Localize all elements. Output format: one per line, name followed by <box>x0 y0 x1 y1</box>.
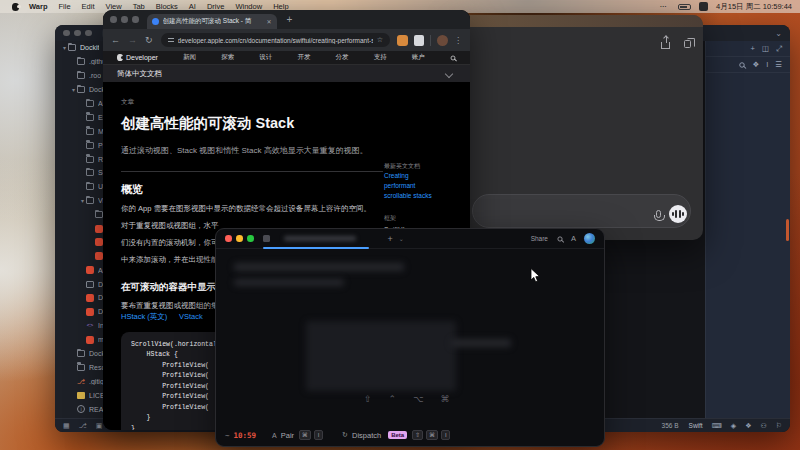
chevron-down-icon[interactable]: ⌄ <box>775 29 782 38</box>
keycap: I <box>314 430 323 440</box>
forward-button[interactable]: → <box>128 35 137 45</box>
pair-label[interactable]: Pair <box>281 431 294 440</box>
menu-item[interactable]: Edit <box>82 2 95 11</box>
new-tab-button[interactable]: + <box>287 14 293 25</box>
file-type-icon <box>77 58 85 65</box>
active-tab-blurred[interactable] <box>284 236 356 241</box>
tab-title: 创建高性能的可滚动 Stack - 简 <box>163 17 263 26</box>
menu-item[interactable]: File <box>58 2 70 11</box>
extension-icon[interactable] <box>397 35 408 46</box>
site-settings-icon[interactable] <box>168 37 174 44</box>
agent-toolbar-icon[interactable]: ◫ <box>762 44 769 53</box>
panel-toggle-icon[interactable]: ▦ <box>63 422 70 430</box>
nav-link[interactable]: 账户 <box>412 53 425 62</box>
copilot-icon[interactable]: ❖ <box>745 422 751 430</box>
browser-tab[interactable]: 创建高性能的可滚动 Stack - 简 ✕ <box>147 14 277 29</box>
agent-editor-icon[interactable]: ❖ <box>752 60 759 69</box>
browser-menu-icon[interactable]: ⋮ <box>454 36 462 45</box>
meta-link[interactable]: scrollable stacks <box>384 191 456 201</box>
assistant-icon[interactable]: ◈ <box>731 422 736 430</box>
file-type-icon <box>86 281 94 288</box>
warp-titlebar[interactable]: + ⌄ Share A <box>216 229 604 249</box>
nav-link[interactable]: 设计 <box>259 53 272 62</box>
agent-editor-icon[interactable]: I <box>766 60 768 69</box>
menu-more-icon[interactable]: ⋯ <box>660 2 668 11</box>
dispatch-label[interactable]: Dispatch <box>352 431 381 440</box>
share-button[interactable]: Share <box>531 235 548 242</box>
assistant-icon[interactable]: A <box>571 234 576 243</box>
prompt-symbol: ~ <box>225 431 230 440</box>
warp-window[interactable]: + ⌄ Share A ⇧⌃⌥⌘ ~ 10:59 A Pair ⌘I ↻ Dis… <box>215 228 605 447</box>
docs-subnav[interactable]: 简体中文文档 <box>103 65 470 82</box>
file-type-icon <box>95 252 103 260</box>
chatgpt-titlebar[interactable] <box>460 15 703 27</box>
file-type-icon <box>86 183 94 190</box>
new-chat-icon[interactable] <box>684 40 691 48</box>
agent-editor-icons[interactable]: ❖I☰ <box>752 60 782 69</box>
battery-icon[interactable] <box>678 4 691 10</box>
extension-icon-2[interactable] <box>414 35 424 46</box>
new-tab-button[interactable]: + <box>388 234 393 244</box>
browser-traffic-lights[interactable] <box>110 16 139 23</box>
terminal-toggle-icon[interactable]: ▣ <box>96 422 103 430</box>
meta-link[interactable]: Creating <box>384 171 456 181</box>
developer-brand[interactable]: Developer <box>117 54 158 61</box>
back-button[interactable]: ← <box>111 35 120 45</box>
collab-icon[interactable]: ⚇ <box>760 422 766 430</box>
search-icon[interactable] <box>451 55 456 60</box>
bookmark-star-icon[interactable]: ☆ <box>377 36 383 44</box>
microphone-icon[interactable] <box>656 210 661 218</box>
nav-link[interactable]: 开发 <box>297 53 310 62</box>
chevron-down-icon[interactable] <box>445 69 453 77</box>
language-label[interactable]: Swift <box>689 422 703 429</box>
agent-toolbar-icon[interactable]: + <box>751 44 755 53</box>
input-source-icon[interactable] <box>699 2 708 11</box>
divider <box>121 171 383 172</box>
scrollbar-marker[interactable] <box>786 219 789 241</box>
workspace-icon[interactable] <box>263 235 270 242</box>
voice-mode-button[interactable] <box>669 205 687 223</box>
agent-panel-toolbar[interactable]: +◫⤢ <box>706 41 790 57</box>
nav-link[interactable]: 新闻 <box>183 53 196 62</box>
editor-traffic-lights[interactable] <box>63 30 92 37</box>
vstack-link[interactable]: VStack <box>179 312 203 321</box>
file-type-icon <box>77 378 85 385</box>
address-bar[interactable]: developer.apple.com/cn/documentation/swi… <box>161 33 390 47</box>
apple-menu-icon[interactable] <box>12 3 19 11</box>
file-type-icon <box>95 225 103 233</box>
git-status-icon[interactable]: ⎇ <box>79 422 87 430</box>
file-type-icon <box>77 405 85 413</box>
agent-editor-icon[interactable]: ☰ <box>775 60 782 69</box>
nav-link[interactable]: 分发 <box>336 53 349 62</box>
agent-panel[interactable]: +◫⤢ ❖I☰ <box>705 41 790 418</box>
feedback-icon[interactable]: ⚐ <box>776 422 782 430</box>
chatgpt-window[interactable] <box>460 15 703 240</box>
profile-avatar[interactable] <box>437 35 448 46</box>
apple-logo-icon <box>117 54 123 61</box>
menu-app-name[interactable]: Warp <box>29 2 47 11</box>
keycap: ⌘ <box>426 430 438 440</box>
menu-clock[interactable]: 4月15日 周二 10:59:44 <box>716 2 792 12</box>
meta-link[interactable]: performant <box>384 181 456 191</box>
search-icon[interactable] <box>740 62 745 67</box>
search-icon[interactable] <box>557 236 562 241</box>
command-time: 10:59 <box>234 431 257 440</box>
blurred-content <box>306 321 456 391</box>
mouse-cursor <box>530 268 542 284</box>
nav-link[interactable]: 探索 <box>221 53 234 62</box>
nav-link[interactable]: 支持 <box>374 53 387 62</box>
favicon <box>152 18 159 25</box>
file-type-icon <box>86 336 94 344</box>
reload-button[interactable]: ↻ <box>145 35 153 45</box>
tab-list-chevron-icon[interactable]: ⌄ <box>399 235 404 242</box>
warp-traffic-lights[interactable] <box>225 235 254 242</box>
hstack-link[interactable]: HStack (英文) <box>121 312 167 321</box>
tab-close-icon[interactable]: ✕ <box>266 18 271 25</box>
file-type-icon <box>86 197 94 204</box>
agent-editor-toolbar[interactable]: ❖I☰ <box>706 57 790 73</box>
share-icon[interactable] <box>661 42 670 49</box>
keyboard-icon[interactable]: ⌨ <box>712 422 722 430</box>
agent-toolbar-icon[interactable]: ⤢ <box>776 44 782 54</box>
meta-label: 最新英文文档 <box>384 162 456 171</box>
account-avatar[interactable] <box>584 233 595 244</box>
